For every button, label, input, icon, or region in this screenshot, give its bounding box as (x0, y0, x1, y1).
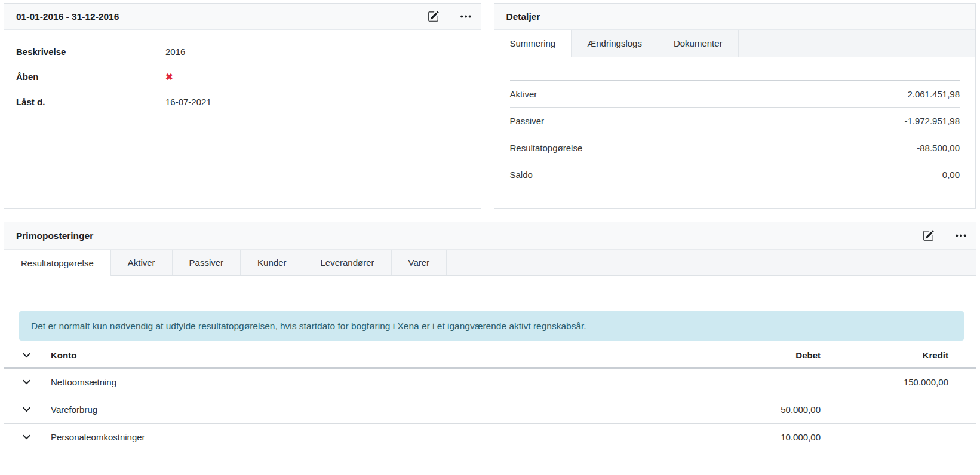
table-row-nettoomsaetning: Nettoomsætning 150.000,00 (4, 369, 976, 396)
field-label: Beskrivelse (16, 47, 165, 57)
pencil-square-icon (428, 11, 439, 22)
tab-passiver[interactable]: Passiver (173, 250, 241, 275)
opening-entries-tab-bar: Resultatopgørelse Aktiver Passiver Kunde… (4, 250, 976, 276)
summary-row-passiver: Passiver -1.972.951,98 (510, 107, 960, 134)
pencil-square-icon (923, 230, 934, 241)
tab-resultatopgoerelse[interactable]: Resultatopgørelse (4, 250, 111, 276)
field-value-locked-date: 16-07-2021 (165, 97, 211, 107)
period-header-actions (426, 10, 472, 23)
accounts-table: Konto Debet Kredit Nettoomsætning 150.00… (4, 343, 976, 451)
summary-value: 0,00 (942, 170, 960, 180)
account-name: Vareforbrug (50, 404, 701, 415)
debet-value: 50.000,00 (701, 404, 821, 415)
closed-x-icon: ✖ (165, 72, 173, 81)
chevron-down-icon (22, 351, 31, 360)
column-header-debet: Debet (701, 350, 821, 360)
tab-label: Dokumenter (674, 38, 723, 48)
ellipsis-icon (460, 15, 471, 18)
tab-label: Resultatopgørelse (21, 258, 94, 268)
opening-entries-header: Primoposteringer (4, 222, 976, 250)
tab-label: Passiver (189, 258, 224, 268)
summary-label: Resultatopgørelse (510, 143, 583, 153)
summary-label: Aktiver (510, 89, 537, 99)
fiscal-year-page: 01-01-2016 - 31-12-2016 (0, 0, 980, 475)
tab-label: Aktiver (128, 258, 155, 268)
chevron-down-icon (22, 378, 31, 387)
edit-opening-entries-button[interactable] (921, 229, 935, 243)
tab-label: Varer (408, 258, 430, 268)
field-row-laast-d: Låst d. 16-07-2021 (4, 89, 481, 114)
column-header-kredit: Kredit (821, 350, 976, 360)
tab-varer[interactable]: Varer (392, 250, 447, 275)
field-row-aaben: Åben ✖ (4, 64, 481, 89)
tab-label: Leverandører (320, 258, 374, 268)
tab-label: Kunder (257, 258, 286, 268)
opening-entries-actions (921, 229, 967, 243)
summary-body: Aktiver 2.061.451,98 Passiver -1.972.951… (494, 80, 976, 188)
period-panel: 01-01-2016 - 31-12-2016 (4, 3, 481, 209)
field-label: Åben (16, 72, 165, 82)
tab-aktiver[interactable]: Aktiver (111, 250, 173, 275)
edit-period-button[interactable] (426, 10, 440, 23)
opening-entries-more-menu-button[interactable] (954, 233, 967, 238)
field-label: Låst d. (16, 97, 165, 107)
period-panel-header: 01-01-2016 - 31-12-2016 (4, 4, 481, 30)
opening-entries-panel: Primoposteringer Resultatopgørelse Aktiv… (4, 222, 976, 475)
summary-row-resultatopgoerelse: Resultatopgørelse -88.500,00 (510, 134, 960, 161)
field-value-description: 2016 (165, 47, 185, 57)
tab-leverandoerer[interactable]: Leverandører (303, 250, 391, 275)
opening-entries-title: Primoposteringer (16, 231, 93, 241)
summary-label: Saldo (510, 170, 533, 180)
summary-value: 2.061.451,98 (907, 89, 960, 99)
tab-label: Summering (510, 38, 556, 48)
period-more-menu-button[interactable] (459, 14, 472, 19)
tab-label: Ændringslogs (587, 38, 642, 48)
summary-row-aktiver: Aktiver 2.061.451,98 (510, 80, 960, 107)
period-panel-body: Beskrivelse 2016 Åben ✖ Låst d. 16-07-20… (4, 39, 481, 114)
summary-label: Passiver (510, 116, 545, 126)
summary-value: -1.972.951,98 (904, 116, 960, 126)
chevron-down-icon (22, 405, 31, 414)
account-name: Personaleomkostninger (50, 432, 701, 442)
kredit-value: 150.000,00 (821, 377, 976, 387)
field-row-beskrivelse: Beskrivelse 2016 (4, 39, 481, 64)
tab-aendringslogs[interactable]: Ændringslogs (572, 30, 658, 57)
table-row-personaleomkostninger: Personaleomkostninger 10.000,00 (4, 424, 976, 451)
expand-row-button[interactable] (22, 433, 31, 442)
table-row-vareforbrug: Vareforbrug 50.000,00 (4, 396, 976, 424)
top-row: 01-01-2016 - 31-12-2016 (0, 0, 980, 209)
tab-summering[interactable]: Summering (494, 30, 572, 57)
ellipsis-icon (956, 234, 966, 237)
debet-value: 10.000,00 (701, 432, 821, 442)
details-panel: Detaljer Summering Ændringslogs Dokument… (494, 3, 976, 209)
expand-row-button[interactable] (22, 378, 31, 387)
details-tab-bar: Summering Ændringslogs Dokumenter (494, 30, 976, 57)
period-title: 01-01-2016 - 31-12-2016 (16, 11, 119, 22)
accounts-table-header: Konto Debet Kredit (4, 343, 976, 369)
details-panel-header: Detaljer (494, 4, 976, 30)
summary-table: Aktiver 2.061.451,98 Passiver -1.972.951… (510, 80, 960, 188)
tab-kunder[interactable]: Kunder (241, 250, 303, 275)
summary-row-saldo: Saldo 0,00 (510, 161, 960, 188)
summary-value: -88.500,00 (917, 143, 960, 153)
expand-row-button[interactable] (22, 405, 31, 414)
details-title: Detaljer (506, 11, 540, 22)
account-name: Nettoomsætning (50, 377, 701, 387)
info-banner: Det er normalt kun nødvendig at udfylde … (19, 311, 964, 341)
chevron-down-icon (22, 433, 31, 442)
tab-dokumenter[interactable]: Dokumenter (658, 30, 739, 57)
expand-all-button[interactable] (22, 351, 31, 360)
column-header-konto: Konto (50, 350, 701, 360)
